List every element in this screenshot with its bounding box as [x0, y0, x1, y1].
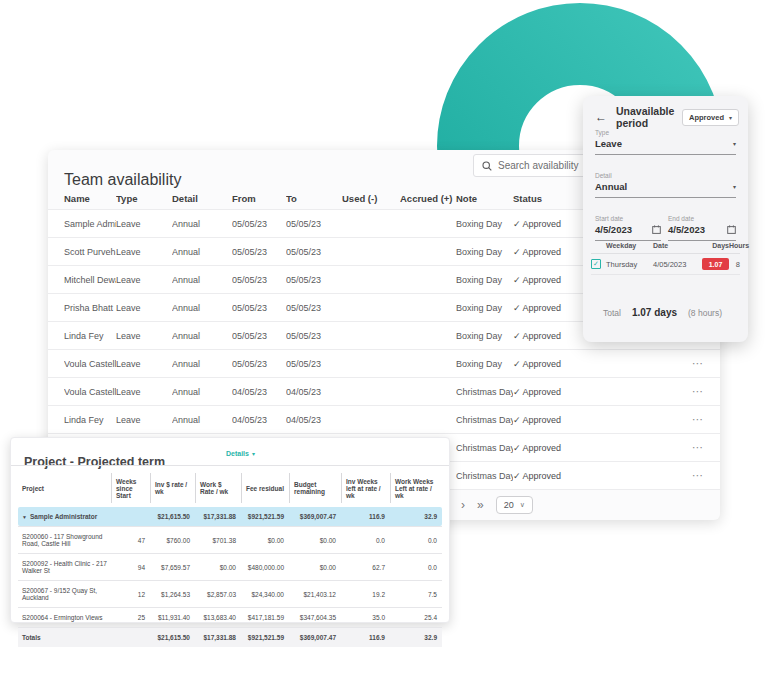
cell-inv-rate: $21,615.50	[150, 634, 195, 641]
cell-note: Boxing Day	[456, 275, 513, 285]
check-icon: ✓	[513, 471, 521, 481]
total-hours-value: (8 hours)	[688, 308, 722, 318]
cell-weeks: 94	[111, 564, 150, 571]
row-actions-icon[interactable]: ⋯	[684, 357, 704, 370]
cell-weekday: Thursday	[606, 260, 653, 269]
cell-note: Christmas Day	[456, 443, 513, 453]
cell-detail: Annual	[172, 415, 232, 425]
cell-note: Boxing Day	[456, 359, 513, 369]
cell-type: Leave	[116, 359, 172, 369]
row-actions-icon[interactable]: ⋯	[684, 441, 704, 454]
col-project: Project	[18, 473, 111, 503]
chevron-down-icon: ∨	[520, 501, 525, 509]
cell-detail: Annual	[172, 247, 232, 257]
col-detail: Detail	[172, 193, 232, 204]
row-actions-icon[interactable]: ⋯	[684, 385, 704, 398]
panel-title: Project - Projected term	[24, 455, 165, 469]
details-toggle-link[interactable]: Details ▾	[226, 450, 255, 457]
cell-budget-remaining: $21,403.12	[289, 591, 341, 598]
status-badge: ✓Approved	[513, 359, 584, 369]
cell-name: Scott Purveh	[64, 247, 116, 257]
cell-fee-residual: $921,521.59	[241, 513, 289, 520]
cell-project: S200060 - 117 Showground Road, Castle Hi…	[18, 530, 111, 550]
cell-budget-remaining: $369,007.47	[289, 634, 341, 641]
col-name: Name	[64, 193, 116, 204]
cell-weeks: 25	[111, 614, 150, 621]
col-weekday: Weekday	[606, 242, 653, 249]
cell-inv-rate: $21,615.50	[150, 513, 195, 520]
cell-to: 05/05/23	[286, 247, 342, 257]
page-size-value: 20	[504, 500, 514, 510]
project-group-row[interactable]: ▼ Sample Administrator $21,615.50 $17,33…	[18, 507, 442, 526]
status-dropdown-button[interactable]: Approved ▾	[682, 109, 739, 126]
cell-fee-residual: $921,521.59	[241, 634, 289, 641]
cell-inv-weeks-left: 19.2	[341, 591, 390, 598]
row-actions-icon[interactable]: ⋯	[684, 469, 704, 482]
cell-to: 04/05/23	[286, 415, 342, 425]
cell-work-weeks-left: 25.4	[390, 614, 442, 621]
cell-weeks: 47	[111, 537, 150, 544]
status-badge: ✓Approved	[513, 219, 584, 229]
period-table-header: Weekday Date Days Hours	[591, 238, 740, 254]
check-icon: ✓	[513, 247, 521, 257]
table-row[interactable]: Voula Castellano Leave Annual 05/05/23 0…	[48, 349, 720, 377]
cell-work-weeks-left: 0.0	[390, 564, 442, 571]
search-icon	[482, 161, 492, 171]
table-row[interactable]: Linda Fey Leave Annual 04/05/23 04/05/23…	[48, 405, 720, 433]
cell-work-rate: $701.38	[195, 537, 241, 544]
col-weeks-since-start: Weeks since Start	[111, 473, 150, 503]
cell-hours: 8	[729, 260, 740, 269]
cell-type: Leave	[116, 387, 172, 397]
check-icon: ✓	[513, 219, 521, 229]
col-type: Type	[116, 193, 172, 204]
cell-name: Voula Castellano	[64, 359, 116, 369]
chevron-down-icon: ▾	[733, 140, 736, 147]
last-page-icon[interactable]: »	[477, 499, 484, 511]
cell-detail: Annual	[172, 331, 232, 341]
calendar-icon	[727, 225, 736, 234]
cell-project: S200067 - 9/152 Quay St, Auckland	[18, 584, 111, 604]
cell-name: Linda Fey	[64, 415, 116, 425]
cell-name: Linda Fey	[64, 331, 116, 341]
table-row[interactable]: Voula Castellano Leave Annual 04/05/23 0…	[48, 377, 720, 405]
cell-name: Voula Castellano	[64, 387, 116, 397]
col-inv-weeks-left: Inv Weeks left at rate / wk	[341, 473, 390, 503]
check-icon: ✓	[513, 275, 521, 285]
status-badge: ✓Approved	[513, 303, 584, 313]
cell-budget-remaining: $369,007.47	[289, 513, 341, 520]
row-actions-icon[interactable]: ⋯	[684, 413, 704, 426]
cell-type: Leave	[116, 275, 172, 285]
expand-caret-icon[interactable]: ▼	[22, 514, 27, 520]
page-size-select[interactable]: 20 ∨	[496, 496, 533, 514]
status-badge: ✓Approved	[513, 415, 584, 425]
type-select[interactable]: Type Leave ▾	[595, 129, 736, 155]
cell-work-weeks-left: 32.9	[390, 634, 442, 641]
project-row: S200067 - 9/152 Quay St, Auckland 12 $1,…	[18, 580, 442, 607]
status-dropdown-label: Approved	[689, 113, 724, 122]
cell-fee-residual: $24,340.00	[241, 591, 289, 598]
detail-label: Detail	[595, 172, 736, 179]
unavailable-period-panel: ← Unavailable period Approved ▾ Type Lea…	[583, 96, 748, 342]
next-page-icon[interactable]: ›	[461, 499, 465, 511]
type-label: Type	[595, 129, 736, 136]
project-table-header: Project Weeks since Start Inv $ rate / w…	[18, 469, 442, 507]
cell-project: Sample Administrator	[30, 513, 97, 520]
back-arrow-icon[interactable]: ←	[595, 110, 607, 124]
cell-from: 05/05/23	[232, 275, 286, 285]
detail-select[interactable]: Detail Annual ▾	[595, 172, 736, 198]
day-checkbox[interactable]: ✓	[591, 259, 601, 269]
cell-name: Sample Administ	[64, 219, 116, 229]
col-used: Used (-)	[342, 193, 400, 204]
chevron-down-icon: ▾	[729, 114, 732, 121]
cell-to: 05/05/23	[286, 303, 342, 313]
col-from: From	[232, 193, 286, 204]
cell-to: 04/05/23	[286, 387, 342, 397]
cell-work-rate: $17,331.88	[195, 513, 241, 520]
end-date-label: End date	[668, 215, 736, 222]
days-badge: 1.07	[702, 258, 729, 270]
check-icon: ✓	[513, 387, 521, 397]
check-icon: ✓	[513, 415, 521, 425]
check-icon: ✓	[513, 443, 521, 453]
cell-date: 4/05/2023	[653, 260, 700, 269]
cell-type: Leave	[116, 219, 172, 229]
